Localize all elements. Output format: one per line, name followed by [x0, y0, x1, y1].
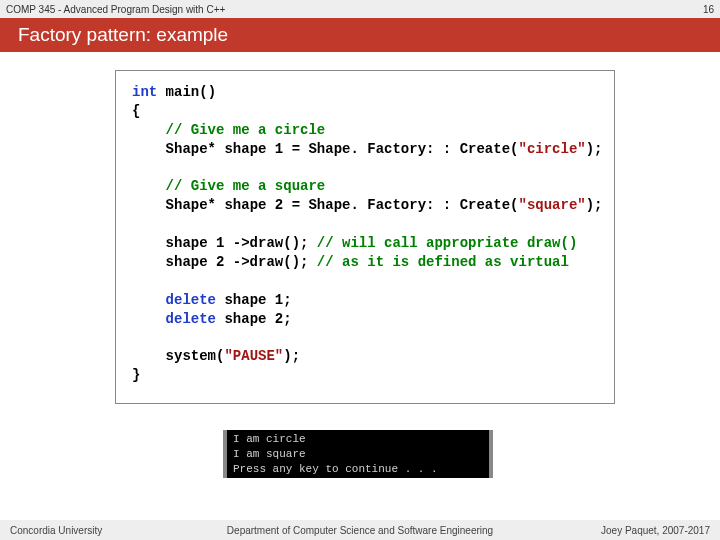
code-comment: // Give me a circle [132, 122, 325, 138]
code-text [132, 292, 166, 308]
footer-mid: Department of Computer Science and Softw… [0, 525, 720, 536]
code-text: Shape. Factory: : Create( [308, 197, 518, 213]
title-bar: Factory pattern: example [0, 18, 720, 52]
top-bar: COMP 345 - Advanced Program Design with … [0, 0, 720, 18]
code-text: Shape. Factory: : Create( [308, 141, 518, 157]
console-output: I am circle I am square Press any key to… [223, 430, 493, 478]
console-line: Press any key to continue . . . [233, 463, 438, 475]
code-string: "PAUSE" [224, 348, 283, 364]
code-keyword: delete [166, 292, 216, 308]
page-number: 16 [703, 4, 714, 15]
code-text: main() [157, 84, 216, 100]
code-text: shape 1 ->draw(); [132, 235, 317, 251]
code-text: Shape* [166, 197, 225, 213]
code-text [132, 141, 166, 157]
code-comment: // will call appropriate draw() [317, 235, 577, 251]
slide-title: Factory pattern: example [18, 24, 228, 46]
course-label: COMP 345 - Advanced Program Design with … [6, 4, 225, 15]
content-area: int main() { // Give me a circle Shape* … [115, 70, 615, 404]
slide: COMP 345 - Advanced Program Design with … [0, 0, 720, 540]
code-keyword: int [132, 84, 157, 100]
code-text: shape 2 ->draw(); [132, 254, 317, 270]
code-text: system( [132, 348, 224, 364]
code-string: "circle" [518, 141, 585, 157]
code-string: "square" [518, 197, 585, 213]
code-text: } [132, 367, 140, 383]
code-text: shape 1 = [224, 141, 308, 157]
code-text [132, 311, 166, 327]
console-line: I am circle [233, 433, 306, 445]
code-text: shape 2 = [224, 197, 308, 213]
code-comment: // Give me a square [132, 178, 325, 194]
code-text: ); [586, 197, 603, 213]
code-box: int main() { // Give me a circle Shape* … [115, 70, 615, 404]
code-text: shape 1; [216, 292, 292, 308]
code-keyword: delete [166, 311, 216, 327]
footer-bar: Concordia University Department of Compu… [0, 520, 720, 540]
code-text: ); [586, 141, 603, 157]
console-line: I am square [233, 448, 306, 460]
code-text: Shape* [166, 141, 225, 157]
code-text [132, 197, 166, 213]
code-text: ); [283, 348, 300, 364]
code-text: shape 2; [216, 311, 292, 327]
code-comment: // as it is defined as virtual [317, 254, 569, 270]
code-text: { [132, 103, 140, 119]
